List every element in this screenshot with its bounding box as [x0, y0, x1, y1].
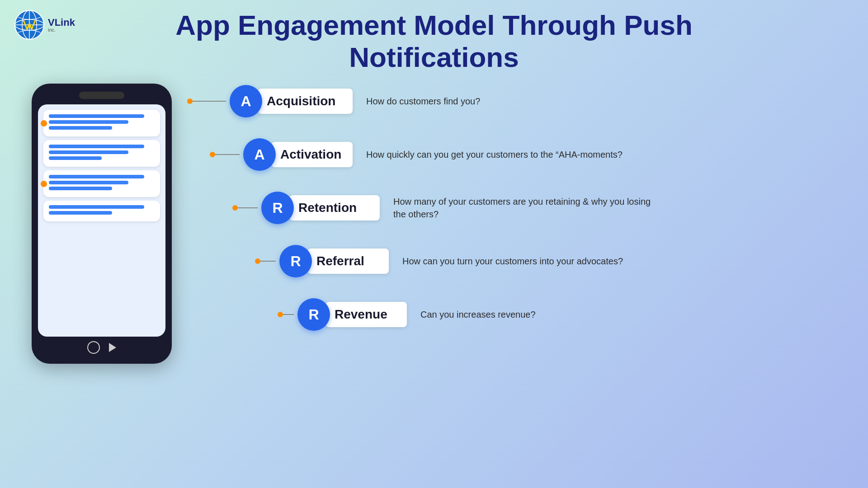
notification-card-3	[43, 170, 160, 197]
model-row-referral: R Referral How can you turn your custome…	[258, 235, 665, 288]
acquisition-description: How do customers find you?	[366, 95, 480, 108]
logo-text: VLink	[48, 18, 75, 28]
retention-description: How many of your customers are you retai…	[393, 195, 665, 221]
phone-frame	[32, 84, 172, 364]
revenue-badge: R	[297, 298, 330, 331]
connector-line-3	[235, 207, 258, 208]
connector-line-5	[280, 314, 294, 315]
connector-dot-1	[187, 99, 193, 104]
connector-dot-3	[232, 205, 238, 211]
model-items-container: A Acquisition How do customers find you?…	[190, 75, 665, 341]
phone-bottom-bar	[38, 337, 165, 356]
model-row-revenue: R Revenue Can you increases revenue?	[280, 288, 665, 341]
referral-label: Referral	[307, 249, 389, 274]
logo-icon	[14, 9, 45, 41]
revenue-label: Revenue	[326, 302, 407, 327]
phone-circle-button	[87, 341, 100, 354]
acquisition-label: Acquisition	[258, 89, 353, 114]
model-row-retention: R Retention How many of your customers a…	[235, 181, 665, 235]
main-title: App Engagement Model Through Push Notifi…	[90, 9, 778, 74]
phone-play-button	[109, 343, 116, 352]
activation-description: How quickly can you get your customers t…	[366, 148, 623, 161]
retention-badge: R	[261, 192, 294, 224]
connector-dot-5	[278, 312, 283, 317]
connector-line-2	[212, 154, 240, 155]
notification-card-2	[43, 140, 160, 167]
connector-line-4	[258, 261, 276, 262]
connector-dot-2	[210, 152, 215, 157]
referral-description: How can you turn your customers into you…	[402, 255, 623, 267]
notification-card-1	[43, 110, 160, 136]
phone-notch	[79, 92, 124, 99]
phone-screen	[38, 104, 165, 337]
phone-mockup	[32, 84, 172, 364]
title-area: App Engagement Model Through Push Notifi…	[90, 9, 778, 74]
logo: VLink inc.	[14, 9, 75, 41]
revenue-description: Can you increases revenue?	[420, 308, 536, 321]
connector-dot-4	[255, 258, 260, 264]
connector-line-1	[190, 101, 226, 102]
retention-label: Retention	[289, 195, 380, 221]
acquisition-badge: A	[230, 85, 262, 117]
notification-card-4	[43, 201, 160, 221]
model-row-activation: A Activation How quickly can you get you…	[212, 128, 665, 181]
activation-badge: A	[243, 138, 276, 171]
activation-label: Activation	[271, 142, 353, 167]
referral-badge: R	[279, 245, 312, 277]
model-row-acquisition: A Acquisition How do customers find you?	[190, 75, 665, 128]
